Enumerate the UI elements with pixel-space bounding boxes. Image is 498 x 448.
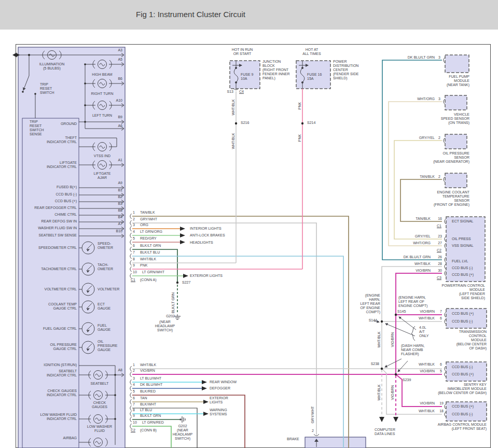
wire-wht-blk-v2: WHT/BLK <box>231 133 236 149</box>
pcm-ccd-minus: CCD BUS (-) <box>452 266 473 270</box>
pcm-c2: C2 <box>437 248 441 253</box>
module-pin-cup <box>445 271 446 276</box>
note-40l: 4.0L A/T ONLY <box>419 326 429 338</box>
wire-pnk-v2: PNK <box>298 134 302 142</box>
pcm-fuel-lvl: FUEL LVL <box>452 259 468 263</box>
pcm-box <box>446 217 485 282</box>
pin-theft-ind: THEFT INDICATOR CTRL <box>47 136 77 144</box>
pin-a3: A3 <box>118 48 122 52</box>
conn-c2-cup <box>130 372 132 377</box>
conn-c2-cup <box>130 411 132 416</box>
fp-wire: DK BLU/LT GRN <box>408 55 435 60</box>
tcm-w7: VIO/BRN <box>420 310 435 314</box>
bulb-high-beam: HIGH BEAM <box>92 73 112 77</box>
bulb-low-washer: LOW WASHER FLUID <box>87 425 112 433</box>
pin-ccd-minus: CCD BUS (-) <box>56 192 77 197</box>
oil-pressure-sensor: OIL PRESSURE SENSOR (NEAR GENERATOR) <box>433 151 469 164</box>
pin-a7: A7 <box>118 222 122 226</box>
conn-c1-cup <box>130 267 132 272</box>
hot-in-run: HOT IN RUN OR START <box>232 48 253 56</box>
pin-liftgate-ind: LIFTGATE INDICATOR CTRL <box>47 161 77 169</box>
conn-c2-cup <box>130 366 132 371</box>
pcm-w28: WHT/BLK <box>414 262 431 266</box>
ops-pin: 2 <box>438 136 440 140</box>
splice-s214: S214 <box>307 121 315 125</box>
gauge-tachometer: TACH- OMETER <box>98 263 113 271</box>
wiring-diagram: ILLUMINATION (5 BULBS)TRIP RESET SWITCHH… <box>0 0 498 448</box>
c2-wire-3: LT BLU/WHT <box>140 376 161 381</box>
skim-p5: 5 <box>440 369 442 373</box>
acm-ccd-minus: CCD BUS (-) <box>452 412 473 416</box>
fuse-9: FUSE 9 10A <box>241 73 254 81</box>
brake-pin-2: 2 <box>312 429 314 433</box>
conn-c1-cup <box>130 214 132 219</box>
skim-title: SENTRY KEY IMMOBLIZER MODULE (BELOW CENT… <box>438 383 487 395</box>
pcm-ccd-plus: CCD BUS (+) <box>452 273 474 277</box>
acm-w19: VIO/BRN <box>420 401 435 405</box>
dest-rear-window: REAR WINDOW <box>210 380 237 384</box>
pin-tachometer: TACHOMETER CTRL <box>41 267 77 271</box>
acm-p19: 19 <box>439 401 444 405</box>
conn-c1-cup <box>130 260 132 265</box>
c2-wire-9: BLK/LT GRN <box>140 414 161 418</box>
pin-rear-defog-sw: REAR DEFOG SW IN <box>42 219 77 223</box>
pin-b4: B4 <box>118 215 122 219</box>
c2-wire-7: BLK/WHT <box>140 402 156 407</box>
conn-c2: C2 <box>131 428 135 432</box>
c1-wire-8: WHT/BLK <box>140 257 156 261</box>
wire-vio-brn-ccd <box>396 273 442 374</box>
module-pin-cup <box>444 99 445 104</box>
c2-num-1: 1 <box>133 363 135 367</box>
vss-pin: 3 <box>438 97 440 101</box>
acm-ccd-plus: CCD BUS (+) <box>452 404 474 409</box>
pin-b2: B2 <box>118 195 122 199</box>
pin-airbag: AIRBAG <box>63 436 77 440</box>
harn-note-left: (ENGINE HARN, LEFT REAR OF ENGINE COMPT) <box>360 293 380 314</box>
conn-c1-cup <box>130 247 132 252</box>
c1-num-5: 5 <box>133 236 135 241</box>
dest-warning-systems: WARNING SYSTEMS <box>210 408 227 416</box>
pin-a8: A8 <box>118 368 122 372</box>
c1-num-2: 2 <box>133 217 135 221</box>
vss-wire: WHT/ORG <box>417 97 435 101</box>
dest-headlights: HEADLIGHTS <box>190 241 213 245</box>
wire-vio-brn-v2: VIO/BRN <box>391 385 395 400</box>
wire-wht-blk-v1: WHT/BLK <box>231 99 236 115</box>
pcm-w16: TAN/BLK <box>416 217 431 221</box>
pin-speedometer: SPEEDOMETER CTRL <box>38 246 77 250</box>
c2-num-10: 10 <box>133 421 137 425</box>
conn-c2-cup <box>130 386 132 391</box>
dest-anti-lock-brakes: ANTI-LOCK BRAKES <box>190 233 225 237</box>
c1-wire-4: LT GRN/ORG <box>140 230 162 234</box>
power-dist-center: POWER DISTRIBUTION CENTER (FENDER SIDE S… <box>333 60 358 80</box>
pin-a10: A10 <box>116 99 122 103</box>
pin-ccd-plus: CCD BUS (+) <box>55 199 77 203</box>
tcm-w6: WHT/BLK <box>419 316 435 320</box>
conn-c2-cup <box>130 399 132 404</box>
fuel-pump-module: FUEL PUMP MODULE (NEAR TANK) <box>447 75 469 87</box>
wire-wht-blk-v3: WHT/BLK <box>377 331 381 347</box>
tcm-ccd-minus: CCD BUS (-) <box>452 319 473 324</box>
c1-wire-2: GRY/WHT <box>140 217 157 221</box>
pcm-vss-signal: VSS SIGNAL <box>452 244 474 248</box>
skim-w6: WHT/BLK <box>419 362 435 367</box>
ect-sensor-box <box>445 173 467 188</box>
ground-g202-2-icon <box>179 416 185 423</box>
dest-defogger: DEFOGGER <box>210 386 230 390</box>
wire-gry-wht-v: GRY/WHT <box>311 407 315 424</box>
acm-p18: 18 <box>439 409 444 413</box>
bulb-liftgate-ajar: LIFTGATE AJAR <box>94 172 111 180</box>
gauge-speedometer: SPEED- OMETER <box>98 242 113 250</box>
pin-coolant-temp: COOLANT TEMP GAUGE CTRL <box>48 302 77 311</box>
conn-c2-cup <box>130 393 132 398</box>
vehicle-speed-sensor-box <box>445 95 467 110</box>
module-pin-cup <box>445 404 446 409</box>
dest-exterior-lights-1: EXTERIOR LIGHTS <box>190 274 223 278</box>
conn-c1: C1 <box>131 278 135 282</box>
pin-chime: CHIME CTRL <box>54 213 77 217</box>
pin-washer-fluid-sw: WASHER FLUID SW IN <box>38 226 77 230</box>
skim-p6: 6 <box>440 362 442 367</box>
gauge-voltmeter: VOLTMETER <box>98 287 119 291</box>
pin-ignition: IGNITION (ST/RUN) <box>44 363 77 367</box>
acm-w18: WHT/BLK <box>419 409 435 413</box>
